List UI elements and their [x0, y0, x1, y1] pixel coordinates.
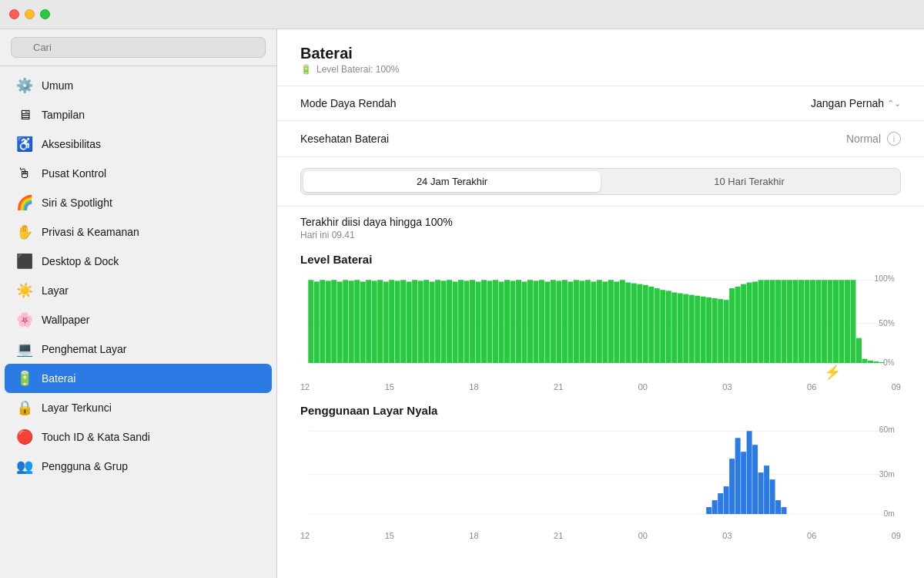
- sidebar-label-umum: Umum: [42, 79, 73, 92]
- usage-title: Penggunaan Layar Nyala: [300, 404, 901, 417]
- svg-rect-90: [793, 280, 798, 363]
- tab-24jam[interactable]: 24 Jam Terakhir: [303, 171, 601, 192]
- svg-rect-50: [562, 280, 567, 363]
- svg-rect-19: [383, 281, 389, 363]
- svg-rect-194: [782, 507, 787, 514]
- sidebar-item-pusat-kontrol[interactable]: 🖱 Pusat Kontrol: [5, 159, 272, 188]
- svg-text:100%: 100%: [875, 274, 895, 283]
- icon-aksesibilitas: ♿: [15, 135, 34, 153]
- tab-10hari[interactable]: 10 Hari Terakhir: [601, 171, 898, 192]
- x-label: 21: [554, 531, 563, 540]
- svg-rect-62: [631, 284, 637, 363]
- svg-rect-186: [735, 439, 741, 515]
- sidebar-item-baterai[interactable]: 🔋 Baterai: [5, 364, 272, 393]
- icon-layar: ☀️: [15, 281, 34, 300]
- icon-tampilan: 🖥: [15, 106, 34, 124]
- sidebar-item-penghemat[interactable]: 💻 Penghemat Layar: [5, 334, 272, 364]
- svg-rect-39: [499, 281, 504, 363]
- level-baterai-title: Level Baterai: [300, 253, 901, 266]
- svg-rect-33: [464, 281, 470, 363]
- svg-rect-78: [724, 300, 729, 363]
- svg-rect-82: [747, 282, 752, 363]
- screen-usage-section: Penggunaan Layar Nyala 60m 30m 0m 121518…: [277, 396, 924, 547]
- svg-rect-61: [625, 282, 631, 363]
- info-icon[interactable]: i: [887, 132, 901, 146]
- sidebar-item-layar-terkunci[interactable]: 🔒 Layar Terkunci: [5, 393, 272, 422]
- svg-rect-97: [833, 280, 839, 363]
- svg-rect-96: [828, 280, 833, 363]
- x-label: 00: [638, 382, 648, 391]
- svg-rect-28: [435, 280, 440, 363]
- svg-rect-88: [782, 280, 787, 363]
- sidebar-item-wallpaper[interactable]: 🌸 Wallpaper: [5, 305, 272, 334]
- sidebar-item-siri-spotlight[interactable]: 🌈 Siri & Spotlight: [5, 188, 272, 217]
- icon-touchid: 🔴: [15, 428, 34, 446]
- kesehatan-value: Normal: [846, 133, 881, 145]
- mode-daya-label: Mode Daya Rendah: [300, 97, 397, 109]
- svg-rect-79: [729, 288, 735, 363]
- sidebar-label-siri-spotlight: Siri & Spotlight: [42, 197, 112, 209]
- sidebar-item-pengguna[interactable]: 👥 Pengguna & Grup: [5, 452, 272, 481]
- svg-rect-11: [337, 281, 343, 363]
- svg-rect-94: [816, 280, 822, 363]
- search-input[interactable]: [11, 37, 266, 58]
- svg-rect-105: [879, 362, 885, 363]
- main-container: 🔍 ⚙️ Umum 🖥 Tampilan ♿ Aksesibilitas 🖱 P…: [0, 29, 924, 578]
- sidebar-item-layar[interactable]: ☀️ Layar: [5, 276, 272, 305]
- svg-rect-44: [527, 280, 533, 363]
- svg-rect-53: [579, 281, 584, 363]
- svg-rect-54: [585, 280, 591, 363]
- traffic-lights: [9, 9, 50, 19]
- svg-rect-101: [856, 338, 862, 363]
- content-area: Baterai 🔋 Level Baterai: 100% Mode Daya …: [277, 29, 924, 578]
- svg-rect-13: [349, 281, 354, 363]
- icon-baterai: 🔋: [15, 369, 34, 388]
- svg-rect-70: [678, 294, 683, 364]
- svg-rect-38: [493, 280, 498, 363]
- svg-rect-66: [654, 288, 660, 363]
- level-baterai-svg: 100% 50% 0%: [300, 272, 901, 375]
- svg-rect-55: [591, 281, 596, 363]
- svg-rect-89: [787, 280, 792, 363]
- sidebar-item-umum[interactable]: ⚙️ Umum: [5, 71, 272, 100]
- sidebar-label-penghemat: Penghemat Layar: [42, 343, 127, 355]
- close-button[interactable]: [9, 9, 19, 19]
- svg-rect-188: [747, 432, 752, 515]
- minimize-button[interactable]: [25, 9, 35, 19]
- mode-daya-row: Mode Daya Rendah Jangan Pernah ⌃⌄: [277, 86, 924, 121]
- sidebar-item-touchid[interactable]: 🔴 Touch ID & Kata Sandi: [5, 422, 272, 452]
- svg-text:60m: 60m: [879, 426, 895, 435]
- charging-icon: ⚡: [824, 364, 901, 381]
- sidebar-item-desktop[interactable]: ⬛ Desktop & Dock: [5, 247, 272, 276]
- search-container: 🔍: [0, 29, 276, 66]
- tab-container: 24 Jam Terakhir 10 Hari Terakhir: [277, 157, 924, 207]
- svg-rect-192: [770, 480, 775, 515]
- svg-rect-91: [798, 280, 804, 363]
- svg-rect-77: [718, 299, 723, 363]
- x-label: 06: [807, 382, 816, 391]
- svg-rect-46: [539, 280, 544, 363]
- sidebar-item-tampilan[interactable]: 🖥 Tampilan: [5, 100, 272, 129]
- mode-daya-value[interactable]: Jangan Pernah ⌃⌄: [811, 97, 901, 109]
- svg-rect-34: [470, 280, 475, 363]
- svg-rect-81: [741, 284, 746, 363]
- svg-rect-30: [447, 280, 452, 363]
- icon-wallpaper: 🌸: [15, 311, 34, 329]
- maximize-button[interactable]: [40, 9, 50, 19]
- icon-privasi: ✋: [15, 223, 34, 241]
- svg-rect-41: [510, 281, 515, 363]
- icon-umum: ⚙️: [15, 76, 34, 95]
- svg-rect-15: [360, 281, 366, 363]
- svg-rect-42: [516, 280, 521, 363]
- svg-rect-52: [574, 280, 579, 363]
- svg-rect-25: [418, 281, 424, 363]
- svg-rect-37: [487, 281, 493, 363]
- usage-x-labels: 1215182100030609: [300, 529, 901, 540]
- sidebar-item-privasi[interactable]: ✋ Privasi & Keamanan: [5, 217, 272, 247]
- search-wrapper: 🔍: [11, 37, 266, 58]
- titlebar: [0, 0, 924, 29]
- content-header: Baterai 🔋 Level Baterai: 100%: [277, 29, 924, 86]
- sidebar-item-aksesibilitas[interactable]: ♿ Aksesibilitas: [5, 129, 272, 159]
- svg-rect-45: [533, 281, 538, 363]
- svg-text:50%: 50%: [879, 319, 895, 328]
